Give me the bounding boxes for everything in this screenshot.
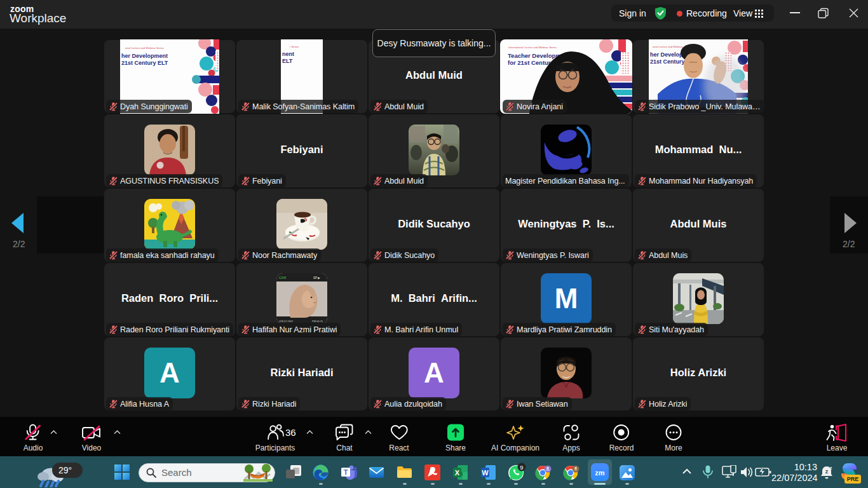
svg-text:nent: nent	[282, 51, 294, 57]
svg-text:SP ▶: SP ▶	[313, 276, 320, 280]
svg-text:z: z	[830, 465, 832, 471]
svg-text:CAM: CAM	[279, 276, 286, 280]
svg-text:r Series: r Series	[290, 45, 299, 48]
svg-text:zm: zm	[595, 469, 605, 477]
svg-text:T: T	[344, 468, 348, 476]
svg-text:W: W	[482, 469, 489, 477]
svg-text:29°: 29°	[58, 465, 72, 475]
svg-text:z: z	[825, 468, 829, 475]
svg-text:onal Lecture and Webinar: onal Lecture and Webinar	[653, 45, 683, 48]
svg-text:onal Lecture and Webinar Seri: onal Lecture and Webinar Series	[125, 46, 164, 50]
svg-text:X: X	[455, 469, 460, 477]
svg-text:21st Century ELT: 21st Century ELT	[121, 60, 168, 66]
svg-text:9: 9	[520, 464, 523, 471]
svg-text:ELT: ELT	[282, 58, 293, 64]
svg-text:International Lecture and Webi: International Lecture and Webinar Series	[508, 46, 557, 49]
svg-text:her Development: her Development	[121, 53, 168, 59]
